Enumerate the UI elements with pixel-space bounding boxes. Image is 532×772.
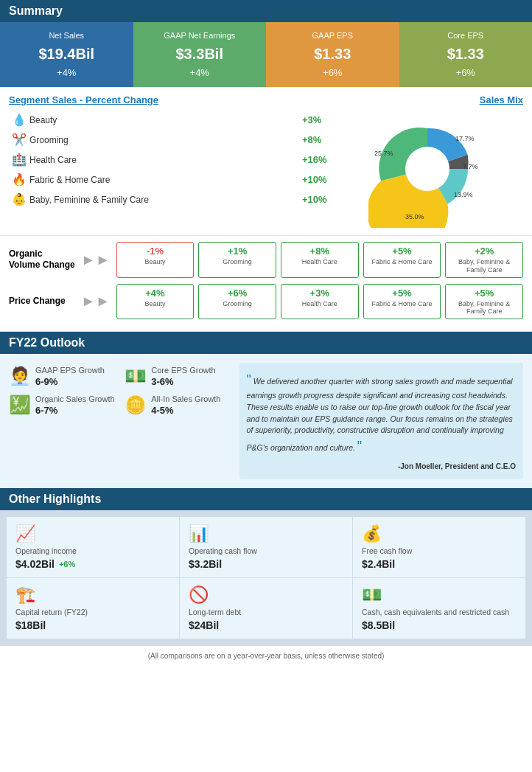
- price-healthcare-sub: Health Care: [286, 300, 354, 308]
- beauty-icon: 💧: [9, 113, 29, 127]
- footer: (All comparisons are on a year-over-year…: [0, 645, 532, 666]
- cash-equivalents-value: $8.5Bil: [362, 619, 395, 631]
- organic-baby-box: +2% Baby, Feminine & Family Care: [445, 242, 523, 278]
- segment-title[interactable]: Segment Sales - Percent Change: [9, 94, 332, 105]
- gaap-eps-icon: 🧑‍💼: [9, 366, 31, 386]
- organic-grooming-box: +1% Grooming: [198, 242, 276, 278]
- organic-volume-boxes: -1% Beauty +1% Grooming +8% Health Care …: [116, 242, 523, 278]
- quote-open: ": [247, 372, 251, 387]
- highlight-operating-income: 📈 Operating income $4.02Bil +6%: [7, 517, 179, 577]
- core-eps-title: Core EPS Growth: [151, 366, 215, 375]
- organic-sales-title: Organic Sales Growth: [35, 394, 115, 403]
- segment-healthcare: 🏥 Health Care +16%: [9, 153, 332, 167]
- quote-close: ": [357, 439, 362, 453]
- longterm-debt-icon: 🚫: [189, 585, 343, 605]
- outlook-section: FY22 Outlook 🧑‍💼 GAAP EPS Growth 6-9% 💵: [0, 332, 532, 488]
- donut-label-yellow: 35.0%: [405, 213, 424, 220]
- summary-section: Summary Net Sales $19.4Bil +4% GAAP Net …: [0, 0, 532, 87]
- donut-label-blue: 17.7%: [455, 135, 475, 142]
- outlook-grid: 🧑‍💼 GAAP EPS Growth 6-9% 💵 Core EPS Grow…: [9, 363, 523, 479]
- price-baby-value: +5%: [450, 288, 518, 299]
- gaap-eps-title: GAAP EPS Growth: [35, 366, 105, 375]
- price-grooming-box: +6% Grooming: [198, 284, 276, 320]
- summary-header: Summary: [0, 0, 532, 22]
- organic-volume-section: Organic Volume Change ►► -1% Beauty +1% …: [0, 236, 532, 332]
- grooming-icon: ✂️: [9, 133, 29, 147]
- price-fabric-sub: Fabric & Home Care: [368, 300, 436, 308]
- price-change-boxes: +4% Beauty +6% Grooming +3% Health Care …: [116, 284, 523, 320]
- organic-volume-row: Organic Volume Change ►► -1% Beauty +1% …: [9, 242, 523, 278]
- organic-volume-label: Organic Volume Change: [9, 248, 75, 271]
- segment-right: Sales Mix 17.7%: [332, 94, 523, 228]
- price-healthcare-value: +3%: [286, 288, 354, 299]
- price-change-row: Price Change ►► +4% Beauty +6% Grooming …: [9, 284, 523, 320]
- donut-label-gray: 7.7%: [463, 163, 478, 170]
- free-cashflow-icon: 💰: [362, 524, 517, 543]
- beauty-name: Beauty: [29, 115, 302, 125]
- price-grooming-value: +6%: [203, 288, 271, 299]
- gaap-eps-value: 6-9%: [35, 376, 105, 387]
- net-sales-change: +4%: [7, 67, 126, 78]
- price-fabric-box: +5% Fabric & Home Care: [363, 284, 441, 320]
- core-eps-value: 3-6%: [151, 376, 215, 387]
- organic-fabric-box: +5% Fabric & Home Care: [363, 242, 441, 278]
- donut-label-teal: 13.9%: [454, 191, 473, 198]
- segment-fabric: 🔥 Fabric & Home Care +10%: [9, 173, 332, 187]
- organic-fabric-value: +5%: [368, 246, 436, 257]
- quote-text: We delivered another quarter with strong…: [247, 377, 513, 452]
- price-baby-box: +5% Baby, Feminine & Family Care: [445, 284, 523, 320]
- sales-mix-title[interactable]: Sales Mix: [332, 94, 523, 105]
- highlights-section: Other Highlights 📈 Operating income $4.0…: [0, 488, 532, 645]
- allin-sales-value: 4-5%: [151, 405, 220, 416]
- price-change-label: Price Change: [9, 296, 75, 307]
- operating-cashflow-icon: 📊: [189, 524, 343, 543]
- free-cashflow-title: Free cash flow: [362, 546, 517, 555]
- donut-chart: 17.7% 7.7% 13.9% 35.0% 25.7%: [368, 110, 486, 228]
- core-eps-label: Core EPS: [407, 31, 525, 40]
- metrics-row: Net Sales $19.4Bil +4% GAAP Net Earnings…: [0, 22, 532, 87]
- highlight-operating-cashflow: 📊 Operating cash flow $3.2Bil: [180, 517, 352, 577]
- gaap-eps-value: $1.33: [273, 46, 392, 63]
- gaap-earnings-value: $3.3Bil: [141, 46, 259, 63]
- fabric-name: Fabric & Home Care: [29, 175, 302, 185]
- free-cashflow-values: $2.4Bil: [362, 558, 517, 570]
- operating-income-icon: 📈: [15, 524, 170, 543]
- organic-beauty-value: -1%: [122, 246, 189, 257]
- outlook-header: FY22 Outlook: [0, 332, 532, 354]
- organic-sales-text: Organic Sales Growth 6-7%: [35, 394, 115, 416]
- longterm-debt-values: $24Bil: [189, 619, 343, 631]
- longterm-debt-title: Long-term debt: [189, 608, 343, 616]
- highlight-free-cashflow: 💰 Free cash flow $2.4Bil: [353, 517, 525, 577]
- metric-core-eps: Core EPS $1.33 +6%: [399, 22, 533, 87]
- core-eps-icon: 💵: [125, 366, 147, 386]
- cash-equivalents-icon: 💵: [362, 585, 517, 605]
- segment-grooming: ✂️ Grooming +8%: [9, 133, 332, 147]
- core-eps-text: Core EPS Growth 3-6%: [151, 366, 215, 387]
- organic-beauty-sub: Beauty: [122, 258, 189, 266]
- highlights-header: Other Highlights: [0, 488, 532, 510]
- price-healthcare-box: +3% Health Care: [281, 284, 359, 320]
- healthcare-pct: +16%: [302, 154, 332, 165]
- price-arrow-icon: ►►: [81, 293, 111, 310]
- cash-equivalents-title: Cash, cash equivalents and restricted ca…: [362, 608, 517, 616]
- operating-cashflow-value: $3.2Bil: [189, 558, 222, 570]
- core-eps-growth-block: 💵 Core EPS Growth 3-6%: [125, 366, 233, 387]
- healthcare-icon: 🏥: [9, 153, 29, 167]
- price-beauty-box: +4% Beauty: [116, 284, 195, 320]
- price-grooming-sub: Grooming: [203, 300, 271, 308]
- organic-baby-value: +2%: [450, 246, 518, 257]
- organic-grooming-sub: Grooming: [203, 258, 271, 266]
- segment-section: Segment Sales - Percent Change 💧 Beauty …: [0, 87, 532, 236]
- gaap-eps-growth-block: 🧑‍💼 GAAP EPS Growth 6-9%: [9, 366, 117, 387]
- organic-healthcare-value: +8%: [286, 246, 354, 257]
- highlight-longterm-debt: 🚫 Long-term debt $24Bil: [180, 578, 352, 639]
- capital-return-value: $18Bil: [15, 619, 46, 631]
- metric-gaap-earnings: GAAP Net Earnings $3.3Bil +4%: [133, 22, 267, 87]
- core-eps-value: $1.33: [407, 46, 525, 63]
- organic-healthcare-sub: Health Care: [286, 258, 354, 266]
- core-eps-change: +6%: [407, 67, 525, 78]
- metric-net-sales: Net Sales $19.4Bil +4%: [0, 22, 133, 87]
- allin-sales-text: All-In Sales Growth 4-5%: [151, 394, 220, 416]
- allin-sales-icon: 🪙: [125, 394, 147, 415]
- baby-pct: +10%: [302, 194, 332, 205]
